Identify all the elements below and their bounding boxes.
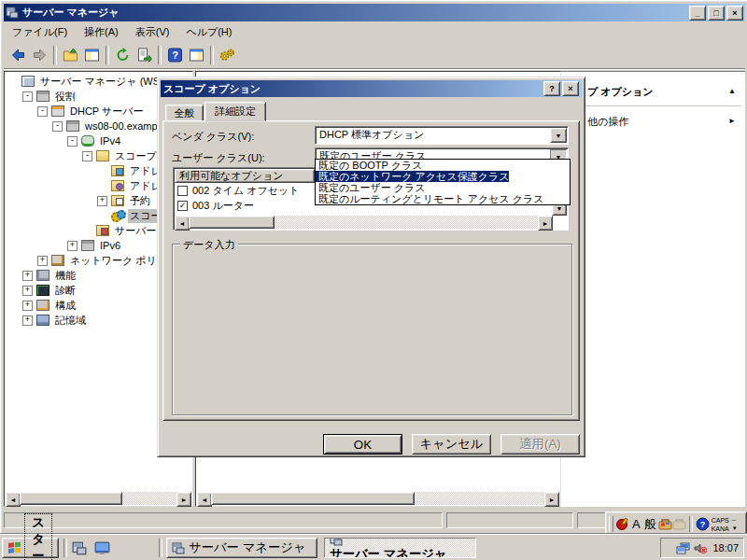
- show-action-pane-icon[interactable]: [186, 45, 206, 65]
- menu-item[interactable]: 表示(V): [127, 22, 178, 42]
- export-list-icon[interactable]: [134, 45, 154, 65]
- config-icon: [36, 300, 49, 311]
- scroll-left-icon[interactable]: ◄: [6, 492, 21, 507]
- tree-item-label[interactable]: 構成: [53, 299, 78, 313]
- kana-indicator[interactable]: KANA: [712, 525, 729, 533]
- option-label: 002 タイム オフセット: [192, 184, 300, 198]
- scroll-right-icon[interactable]: ►: [544, 492, 559, 507]
- tree-item-label[interactable]: IPv4: [98, 135, 122, 147]
- taskbar-window-button-active[interactable]: サーバー マネージャ: [324, 538, 476, 558]
- tree-item-label[interactable]: 機能: [53, 269, 78, 283]
- expand-icon[interactable]: +: [22, 271, 33, 281]
- collapse-icon[interactable]: ▲: [728, 87, 736, 95]
- scroll-right-icon[interactable]: ►: [176, 492, 191, 507]
- collapse-icon[interactable]: -: [22, 91, 33, 102]
- window-titlebar[interactable]: サーバー マネージャ _ □ ×: [4, 4, 745, 21]
- tree-item-label[interactable]: IPv6: [98, 240, 122, 251]
- folder-lease-icon: [111, 180, 124, 191]
- close-icon[interactable]: ×: [726, 6, 743, 21]
- network-icon[interactable]: [676, 542, 690, 554]
- unchecked-checkbox-icon[interactable]: [177, 186, 188, 196]
- close-icon[interactable]: ×: [562, 81, 579, 96]
- expand-icon[interactable]: +: [67, 241, 78, 251]
- ime-pad-icon[interactable]: [672, 518, 686, 530]
- dropdown-item[interactable]: 既定の BOOTP クラス: [316, 160, 422, 171]
- chevron-down-icon[interactable]: ▼: [732, 525, 738, 533]
- refresh-icon[interactable]: [112, 45, 133, 65]
- nps-icon: [51, 255, 64, 266]
- minimize-icon[interactable]: _: [689, 6, 706, 21]
- divider: [565, 105, 741, 106]
- clock[interactable]: 18:07: [712, 542, 739, 553]
- context-help-icon[interactable]: ?: [543, 81, 560, 96]
- collapse-icon[interactable]: -: [37, 106, 48, 117]
- quick-launch-server-manager-icon[interactable]: [71, 539, 88, 556]
- tree-horizontal-scrollbar[interactable]: ◄ ►: [6, 492, 191, 505]
- expand-icon[interactable]: +: [22, 286, 33, 296]
- tree-item-label[interactable]: サーバー: [113, 224, 159, 238]
- tab-advanced[interactable]: 詳細設定: [204, 102, 266, 121]
- more-actions-item[interactable]: 他の操作: [587, 115, 628, 129]
- server-manager-icon: [172, 542, 185, 554]
- ime-icon[interactable]: [616, 517, 630, 531]
- checked-checkbox-icon[interactable]: ✓: [177, 201, 188, 211]
- ime-state-indicators[interactable]: CAPS─ KANA▼: [712, 516, 738, 533]
- tree-item-label[interactable]: 予約: [128, 194, 152, 208]
- menu-item[interactable]: 操作(A): [76, 22, 127, 42]
- ok-button[interactable]: OK: [323, 434, 402, 455]
- volume-muted-icon[interactable]: [694, 542, 707, 554]
- scroll-right-icon[interactable]: ►: [538, 216, 553, 231]
- menu-item[interactable]: ファイル(F): [4, 22, 76, 42]
- show-console-tree-icon[interactable]: [81, 45, 102, 65]
- collapse-icon[interactable]: -: [52, 121, 63, 132]
- forward-icon[interactable]: [29, 45, 49, 65]
- up-folder-icon[interactable]: [60, 45, 80, 65]
- dialog-titlebar[interactable]: スコープ オプション ? ×: [161, 80, 582, 97]
- tree-item-label[interactable]: DHCP サーバー: [68, 105, 146, 119]
- expand-icon[interactable]: +: [22, 301, 33, 311]
- window-title: サーバー マネージャ: [22, 6, 687, 20]
- ime-conversion-mode[interactable]: 般: [644, 518, 656, 530]
- tab-general[interactable]: 全般: [165, 105, 204, 121]
- dropdown-item[interactable]: 既定のルーティングとリモート アクセス クラス: [316, 193, 544, 204]
- tree-scroll-thumb[interactable]: [20, 492, 122, 505]
- ime-toolbox-icon[interactable]: [658, 518, 672, 530]
- tree-item-label[interactable]: ws08-00.examp: [83, 120, 160, 132]
- scroll-left-icon[interactable]: ◄: [197, 492, 212, 507]
- dropdown-item[interactable]: 既定のユーザー クラス: [316, 182, 426, 193]
- scroll-left-icon[interactable]: ◄: [175, 216, 190, 231]
- features-icon: [36, 270, 49, 281]
- caps-indicator[interactable]: CAPS: [712, 516, 729, 525]
- maximize-icon[interactable]: □: [708, 6, 725, 21]
- tree-item-label[interactable]: 診断: [53, 284, 78, 298]
- dropdown-item[interactable]: 既定のネットワーク アクセス保護クラス: [316, 171, 509, 182]
- tree-item-label[interactable]: 記憶域: [53, 314, 88, 328]
- cancel-button[interactable]: キャンセル: [412, 434, 491, 455]
- drag-grip[interactable]: [609, 516, 613, 532]
- gears-icon[interactable]: [217, 45, 237, 65]
- expand-icon[interactable]: +: [97, 196, 107, 206]
- expand-icon[interactable]: +: [22, 315, 33, 326]
- menu-item[interactable]: ヘルプ(H): [177, 22, 240, 42]
- back-icon[interactable]: [7, 45, 28, 65]
- column-header-available-options[interactable]: 利用可能なオプション: [175, 169, 315, 183]
- start-button[interactable]: スタート: [2, 538, 59, 558]
- help-icon[interactable]: ?: [164, 45, 185, 65]
- collapse-icon[interactable]: -: [82, 151, 92, 161]
- minimize-icon[interactable]: ─: [732, 516, 736, 525]
- list-scroll-thumb[interactable]: [189, 216, 275, 229]
- expand-icon[interactable]: +: [37, 256, 48, 266]
- tree-item-label[interactable]: 役割: [53, 90, 78, 104]
- collapse-icon[interactable]: -: [67, 136, 78, 147]
- help-icon[interactable]: ?: [696, 517, 710, 531]
- vendor-class-combobox[interactable]: DHCP 標準オプション ▼: [315, 126, 569, 145]
- chevron-down-icon[interactable]: ▼: [550, 128, 567, 143]
- quick-launch-desktop-icon[interactable]: [93, 539, 110, 556]
- computer-icon: [21, 76, 35, 87]
- ime-input-mode[interactable]: A: [632, 518, 641, 530]
- expand-right-icon[interactable]: ►: [728, 117, 736, 125]
- list-horizontal-scrollbar[interactable]: ◄ ►: [175, 216, 553, 229]
- details-horizontal-scrollbar[interactable]: ◄ ►: [197, 492, 559, 505]
- details-scroll-thumb[interactable]: [211, 492, 415, 505]
- taskbar-window-button[interactable]: サーバー マネージャ: [166, 538, 317, 558]
